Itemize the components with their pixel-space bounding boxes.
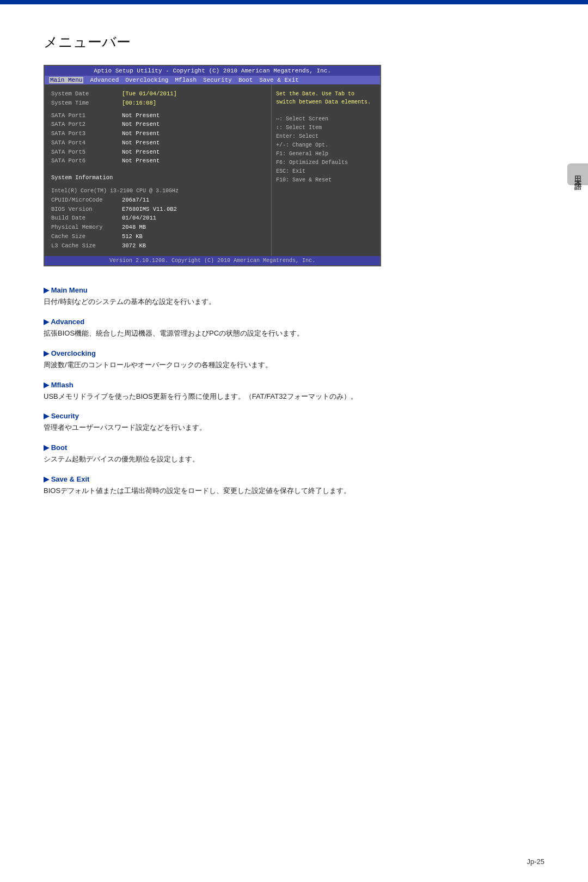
bios-help-text: Set the Date. Use Tab to switch between … — [276, 90, 376, 106]
bios-body: System Date [Tue 01/04/2011] System Time… — [45, 84, 380, 256]
key-help-esc: ESC: Exit — [276, 167, 376, 176]
bios-row-cache-size: Cache Size 512 KB — [51, 233, 265, 241]
menu-section-boot: Boot システム起動デバイスの優先順位を設定します。 — [44, 443, 523, 465]
key-help-f6: F6: Optimized Defaults — [276, 159, 376, 167]
menu-section-mflash: Mflash USBメモリドライブを使ったBIOS更新を行う際に使用します。（F… — [44, 381, 523, 403]
right-side-tab: 田 本 語 — [567, 163, 588, 185]
menu-heading-advanced: Advanced — [44, 318, 523, 326]
bios-row-sata6: SATA Port6 Not Present — [51, 157, 265, 166]
bios-nav-save-exit[interactable]: Save & Exit — [259, 77, 299, 83]
bios-key-help: ↔: Select Screen ↕: Select Item Enter: S… — [276, 115, 376, 185]
menu-section-main-menu: Main Menu 日付/時刻などのシステムの基本的な設定を行います。 — [44, 286, 523, 308]
bios-left-panel: System Date [Tue 01/04/2011] System Time… — [45, 84, 271, 256]
bios-value-system-date: [Tue 01/04/2011] — [122, 90, 177, 99]
menu-heading-security: Security — [44, 412, 523, 420]
bios-sys-info-subtitle: Intel(R) Core(TM) i3-2100 CPU @ 3.10GHz — [51, 187, 265, 195]
menu-heading-boot: Boot — [44, 443, 523, 452]
bios-sys-info-title: System Information — [51, 174, 265, 183]
bios-row-build-date: Build Date 01/04/2011 — [51, 214, 265, 223]
bios-row-phys-mem: Physical Memory 2048 MB — [51, 223, 265, 232]
bios-row-sata3: SATA Port3 Not Present — [51, 130, 265, 138]
page-title: メニューバー — [44, 33, 523, 52]
bios-nav-overclocking[interactable]: Overclocking — [125, 77, 168, 83]
bios-screenshot: Aptio Setup Utility - Copyright (C) 2010… — [44, 65, 381, 266]
menu-desc-overclocking: 周波数/電圧のコントロールやオーバークロックの各種設定を行います。 — [44, 360, 523, 371]
bios-footer: Version 2.10.1208. Copyright (C) 2010 Am… — [45, 256, 380, 265]
menu-desc-boot: システム起動デバイスの優先順位を設定します。 — [44, 454, 523, 465]
right-tab-char-2: 本 — [573, 173, 583, 175]
bios-row-system-date: System Date [Tue 01/04/2011] — [51, 90, 265, 99]
bios-nav: Main Menu Advanced Overclocking Mflash S… — [45, 76, 380, 84]
page-number: Jp-25 — [526, 857, 544, 866]
bios-row-sata4: SATA Port4 Not Present — [51, 139, 265, 148]
menu-desc-save-exit: BIOSデフォルト値または工場出荷時の設定をロードし、変更した設定値を保存して終… — [44, 485, 523, 497]
bios-row-cpuid: CPUID/MicroCode 206a7/11 — [51, 196, 265, 205]
menu-heading-main-menu: Main Menu — [44, 286, 523, 294]
menu-section-security: Security 管理者やユーザーパスワード設定などを行います。 — [44, 412, 523, 434]
menu-heading-overclocking: Overclocking — [44, 349, 523, 357]
bios-row-sata1: SATA Port1 Not Present — [51, 112, 265, 120]
menu-sections: Main Menu 日付/時刻などのシステムの基本的な設定を行います。 Adva… — [44, 286, 523, 497]
top-accent-bar — [0, 0, 588, 4]
key-help-enter: Enter: Select — [276, 132, 376, 141]
bios-value-system-time: [00:16:08] — [122, 99, 156, 108]
menu-heading-save-exit: Save & Exit — [44, 475, 523, 483]
menu-heading-mflash: Mflash — [44, 381, 523, 389]
bios-nav-boot[interactable]: Boot — [238, 77, 253, 83]
bios-nav-mflash[interactable]: Mflash — [175, 77, 197, 83]
bios-row-system-time: System Time [00:16:08] — [51, 99, 265, 108]
bios-right-panel: Set the Date. Use Tab to switch between … — [271, 84, 380, 256]
key-help-f1: F1: General Help — [276, 150, 376, 159]
right-tab-char-3: 語 — [573, 177, 583, 179]
key-help-item: ↕: Select Item — [276, 124, 376, 132]
menu-desc-advanced: 拡張BIOS機能、統合した周辺機器、電源管理およびPCの状態の設定を行います。 — [44, 328, 523, 339]
bios-nav-advanced[interactable]: Advanced — [90, 77, 119, 83]
bios-nav-main[interactable]: Main Menu — [49, 77, 83, 83]
bios-row-sata5: SATA Port5 Not Present — [51, 148, 265, 157]
bios-row-sata2: SATA Port2 Not Present — [51, 120, 265, 129]
menu-section-save-exit: Save & Exit BIOSデフォルト値または工場出荷時の設定をロードし、変… — [44, 475, 523, 497]
bios-label-system-date: System Date — [51, 90, 122, 99]
key-help-f10: F10: Save & Reset — [276, 176, 376, 185]
bios-nav-security[interactable]: Security — [203, 77, 232, 83]
bios-row-l3-cache: L3 Cache Size 3072 KB — [51, 242, 265, 251]
menu-section-advanced: Advanced 拡張BIOS機能、統合した周辺機器、電源管理およびPCの状態の… — [44, 318, 523, 339]
bios-label-system-time: System Time — [51, 99, 122, 108]
right-tab-char-1: 田 — [573, 170, 583, 172]
key-help-screen: ↔: Select Screen — [276, 115, 376, 124]
menu-desc-security: 管理者やユーザーパスワード設定などを行います。 — [44, 422, 523, 434]
bios-header: Aptio Setup Utility - Copyright (C) 2010… — [45, 66, 380, 76]
menu-desc-main-menu: 日付/時刻などのシステムの基本的な設定を行います。 — [44, 296, 523, 308]
menu-desc-mflash: USBメモリドライブを使ったBIOS更新を行う際に使用します。（FAT/FAT3… — [44, 391, 523, 403]
key-help-change: +/-: Change Opt. — [276, 141, 376, 150]
bios-row-bios-ver: BIOS Version E7680IMS V11.0B2 — [51, 205, 265, 214]
menu-section-overclocking: Overclocking 周波数/電圧のコントロールやオーバークロックの各種設定… — [44, 349, 523, 371]
